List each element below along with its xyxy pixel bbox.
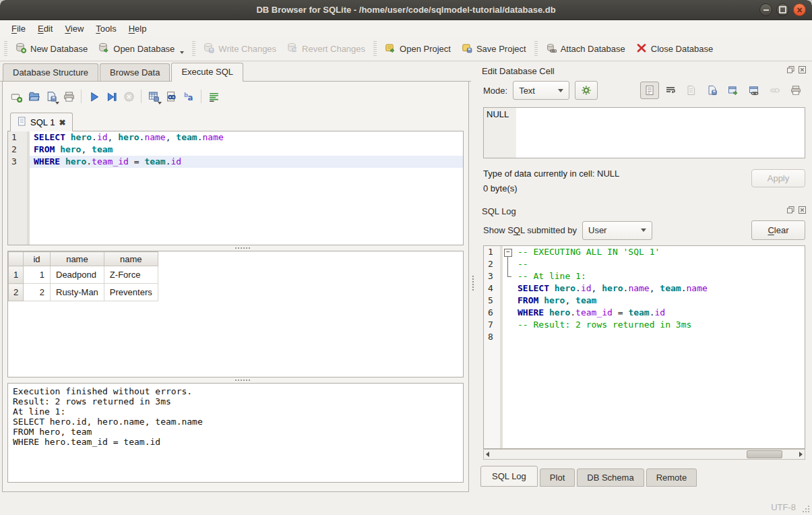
row-header[interactable]: 1 bbox=[9, 266, 24, 284]
print-icon[interactable] bbox=[60, 88, 77, 105]
print-icon[interactable] bbox=[786, 82, 805, 99]
toolbar-grip[interactable] bbox=[534, 41, 538, 56]
code-line-2[interactable]: 2FROM hero, team bbox=[8, 144, 463, 156]
export-icon[interactable] bbox=[703, 82, 722, 99]
cell-team-name[interactable]: Z-Force bbox=[104, 266, 158, 284]
code-line-2[interactable]: 2-- bbox=[484, 258, 805, 270]
float-dock-icon[interactable] bbox=[786, 206, 795, 216]
code-line-4[interactable]: 4SELECT hero.id, hero.name, team.name bbox=[484, 282, 805, 295]
code-line-3[interactable]: 3WHERE hero.team_id = team.id bbox=[8, 156, 463, 168]
toolbar-grip[interactable] bbox=[373, 41, 377, 56]
open-database-dropdown-icon[interactable] bbox=[180, 51, 184, 54]
import-icon bbox=[682, 82, 701, 99]
open-new-tab-icon[interactable] bbox=[7, 88, 25, 105]
close-dock-icon[interactable] bbox=[798, 206, 807, 216]
save-sql-dropdown-icon[interactable] bbox=[55, 102, 59, 104]
execute-current-line-icon[interactable] bbox=[102, 88, 120, 105]
execute-all-icon[interactable] bbox=[85, 88, 102, 105]
log-horizontal-scrollbar[interactable] bbox=[483, 449, 805, 460]
tab-database-structure[interactable]: Database Structure bbox=[3, 63, 98, 81]
close-icon[interactable] bbox=[793, 3, 806, 16]
new-database-button[interactable]: New Database bbox=[10, 40, 93, 58]
scroll-right-icon[interactable] bbox=[799, 452, 803, 457]
menu-edit[interactable]: Edit bbox=[32, 22, 59, 36]
write-changes-label: Write Changes bbox=[218, 44, 276, 54]
tab-browse-data[interactable]: Browse Data bbox=[100, 63, 170, 81]
cell-id[interactable]: 1 bbox=[24, 266, 51, 284]
toolbar-grip[interactable] bbox=[192, 41, 195, 56]
close-database-button[interactable]: Close Database bbox=[631, 40, 719, 58]
sql-tab-close-icon[interactable]: ✖ bbox=[59, 118, 65, 127]
attach-database-button[interactable]: Attach Database bbox=[540, 40, 631, 58]
auto-apply-button[interactable] bbox=[575, 81, 598, 100]
code-line-3[interactable]: 3-- At line 1: bbox=[484, 270, 805, 282]
scroll-left-icon[interactable] bbox=[486, 452, 489, 457]
menu-file[interactable]: File bbox=[5, 22, 32, 36]
open-project-label: Open Project bbox=[400, 44, 451, 54]
minimize-icon[interactable] bbox=[759, 3, 772, 16]
toolbar-grip[interactable] bbox=[4, 41, 7, 56]
link-icon[interactable] bbox=[745, 82, 763, 99]
code-text: WHERE hero.team_id = team.id bbox=[30, 156, 463, 168]
code-line-1[interactable]: 1SELECT hero.id, hero.name, team.name bbox=[8, 131, 463, 144]
code-line-1[interactable]: 1-- EXECUTING ALL IN 'SQL 1' bbox=[484, 246, 805, 258]
cell-hero-name[interactable]: Deadpond bbox=[51, 266, 104, 284]
cell-team-name[interactable]: Preventers bbox=[104, 284, 158, 301]
table-row[interactable]: 2 2 Rusty-Man Preventers bbox=[9, 284, 158, 301]
open-sql-file-icon[interactable] bbox=[25, 88, 42, 105]
tab-sql-log[interactable]: SQL Log bbox=[480, 466, 538, 487]
find-replace-icon[interactable] bbox=[162, 88, 180, 105]
word-wrap-icon[interactable] bbox=[205, 88, 222, 105]
menu-tools[interactable]: Tools bbox=[90, 22, 122, 36]
close-dock-icon[interactable] bbox=[798, 65, 807, 76]
cell-hero-name[interactable]: Rusty-Man bbox=[51, 284, 104, 301]
word-wrap-icon[interactable] bbox=[661, 82, 680, 99]
resize-grip-icon[interactable] bbox=[808, 511, 809, 512]
cell-info-row: Type of data currently in cell: NULL 0 b… bbox=[475, 158, 812, 196]
open-database-button[interactable]: Open Database bbox=[93, 40, 189, 58]
text-mode-icon[interactable] bbox=[640, 82, 659, 99]
cell-value-editor[interactable]: NULL bbox=[483, 107, 805, 158]
maximize-icon[interactable] bbox=[776, 3, 789, 16]
column-header-name2[interactable]: name bbox=[104, 252, 158, 266]
column-header-name1[interactable]: name bbox=[51, 252, 104, 266]
save-project-button[interactable]: Save Project bbox=[456, 40, 532, 58]
save-results-dropdown-icon[interactable] bbox=[158, 102, 162, 104]
log-filter-select[interactable]: User bbox=[582, 221, 652, 240]
save-results-icon[interactable] bbox=[145, 88, 162, 105]
titlebar[interactable]: DB Browser for SQLite - /home/user/code/… bbox=[0, 0, 812, 20]
editor-results-splitter[interactable] bbox=[7, 245, 464, 251]
scrollbar-thumb[interactable] bbox=[747, 450, 782, 458]
sql-tab[interactable]: SQL 1 ✖ bbox=[10, 113, 73, 131]
menu-view[interactable]: View bbox=[59, 22, 90, 36]
cell-id[interactable]: 2 bbox=[24, 284, 51, 301]
menu-help[interactable]: Help bbox=[123, 22, 153, 36]
table-row[interactable]: 1 1 Deadpond Z-Force bbox=[9, 266, 158, 284]
tab-plot[interactable]: Plot bbox=[540, 468, 575, 487]
code-text: FROM hero, team bbox=[30, 144, 463, 156]
clear-log-button[interactable]: Clear bbox=[751, 220, 805, 240]
results-grid[interactable]: id name name 1 1 Deadpond Z-Force 2 bbox=[7, 251, 464, 377]
mode-select[interactable]: Text bbox=[513, 81, 569, 100]
code-line-5[interactable]: 5FROM hero, team bbox=[484, 295, 805, 307]
results-message-splitter[interactable] bbox=[7, 377, 464, 383]
tab-remote[interactable]: Remote bbox=[646, 468, 697, 487]
fold-toggle-icon[interactable] bbox=[503, 246, 513, 258]
save-project-icon bbox=[462, 42, 472, 55]
sql-editor[interactable]: 1SELECT hero.id, hero.name, team.name2FR… bbox=[7, 131, 464, 245]
code-line-6[interactable]: 6WHERE hero.team_id = team.id bbox=[484, 307, 805, 319]
row-header[interactable]: 2 bbox=[9, 284, 24, 301]
column-header-id[interactable]: id bbox=[24, 252, 51, 266]
code-line-8[interactable]: 8 bbox=[484, 331, 805, 343]
line-number: 1 bbox=[8, 131, 30, 144]
code-line-7[interactable]: 7-- Result: 2 rows returned in 3ms bbox=[484, 319, 805, 331]
tab-db-schema[interactable]: DB Schema bbox=[577, 468, 644, 487]
save-sql-file-icon[interactable] bbox=[42, 88, 60, 105]
encoding-indicator[interactable]: UTF-8 bbox=[771, 502, 796, 512]
open-external-icon[interactable] bbox=[724, 82, 743, 99]
sql-log-view[interactable]: 1-- EXECUTING ALL IN 'SQL 1'2--3-- At li… bbox=[483, 245, 805, 449]
open-project-button[interactable]: Open Project bbox=[379, 40, 456, 58]
float-dock-icon[interactable] bbox=[786, 65, 795, 76]
auto-complete-icon[interactable]: ba bbox=[180, 88, 197, 105]
tab-execute-sql[interactable]: Execute SQL bbox=[171, 63, 243, 82]
